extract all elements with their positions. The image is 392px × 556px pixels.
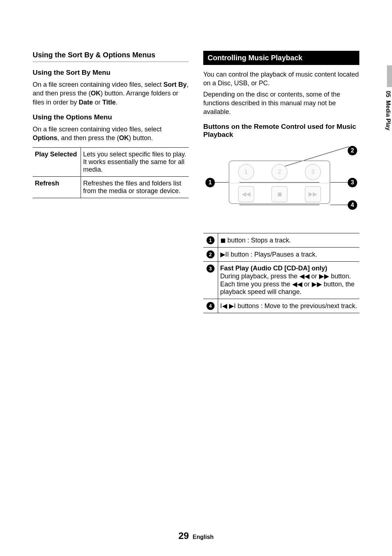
rewind-icon: ◀◀ [292, 281, 302, 288]
subheading-sort-by: Using the Sort By Menu [33, 69, 189, 77]
page-number: 29 [178, 530, 189, 541]
play-pause-icon: ▶II [220, 251, 229, 258]
callout-3: 3 [348, 178, 357, 187]
stop-icon: ◼ [220, 237, 226, 244]
num-2: 2 [207, 250, 215, 258]
remote-btn-ff: ▶▶ [305, 186, 321, 202]
options-table: Play Selected Lets you select specific f… [33, 147, 189, 198]
remote-btn-2: 2 [271, 164, 287, 180]
remote-diagram: 1 2 3 4 1 2 3 [203, 146, 359, 226]
callout-1: 1 [205, 178, 215, 187]
tab-stripe [387, 65, 392, 87]
remote-btn-1: 1 [238, 164, 254, 180]
desc-4: I◀ ▶I buttons : Move to the previous/nex… [218, 299, 359, 313]
num-3: 3 [207, 265, 215, 273]
page-content: Using the Sort By & Options Menus Using … [33, 51, 359, 313]
heading-controlling-music: Controlling Music Playback [203, 51, 359, 65]
callout-2: 2 [348, 146, 357, 155]
option-refresh-desc: Refreshes the files and folders list fro… [81, 177, 189, 198]
desc-2: ▶II button : Plays/Pauses a track. [218, 248, 359, 262]
table-row: 1 ◼ button : Stops a track. [203, 233, 359, 248]
side-chapter-tab: 05 Media Play [385, 65, 392, 138]
table-row: 3 Fast Play (Audio CD [CD-DA] only) Duri… [203, 262, 359, 299]
remote-btn-stop: ◼ [271, 186, 287, 202]
subheading-remote-buttons: Buttons on the Remote Control used for M… [203, 123, 359, 139]
remote-btn-rewind: ◀◀ [238, 186, 254, 202]
table-row: Refresh Refreshes the files and folders … [33, 177, 189, 198]
chapter-name: Media Play [385, 101, 391, 131]
table-row: 4 I◀ ▶I buttons : Move to the previous/n… [203, 299, 359, 313]
prev-next-track-icon: I◀ ▶I [220, 302, 236, 310]
callout-4: 4 [348, 200, 357, 210]
options-paragraph: On a file screen containing video files,… [33, 125, 189, 143]
page-footer: 29 English [0, 530, 392, 541]
button-description-table: 1 ◼ button : Stops a track. 2 ▶II button… [203, 233, 359, 313]
fast-forward-icon: ▶▶ [312, 281, 322, 288]
table-row: Play Selected Lets you select specific f… [33, 148, 189, 177]
num-4: 4 [207, 302, 215, 310]
option-play-selected-label: Play Selected [33, 148, 81, 177]
table-row: 2 ▶II button : Plays/Pauses a track. [203, 248, 359, 262]
music-intro-p1: You can control the playback of music co… [203, 70, 359, 88]
remote-btn-3: 3 [305, 164, 321, 180]
remote-body: 1 2 3 ◀◀ ◼ ▶▶ [229, 160, 330, 204]
option-play-selected-desc: Lets you select specific files to play. … [81, 148, 189, 177]
sort-by-paragraph: On a file screen containing video files,… [33, 80, 189, 107]
fast-forward-icon: ▶▶ [319, 273, 329, 280]
section-title-sort-options: Using the Sort By & Options Menus [33, 51, 189, 62]
subheading-options-menu: Using the Options Menu [33, 113, 189, 121]
left-column: Using the Sort By & Options Menus Using … [33, 51, 189, 313]
desc-1: ◼ button : Stops a track. [218, 233, 359, 248]
music-intro-p2: Depending on the disc or contents, some … [203, 90, 359, 116]
num-1: 1 [207, 236, 215, 244]
right-column: Controlling Music Playback You can contr… [203, 51, 359, 313]
page-language: English [193, 534, 214, 540]
remote-row-top: 1 2 3 [229, 161, 330, 183]
option-refresh-label: Refresh [33, 177, 81, 198]
chapter-number: 05 [385, 91, 391, 97]
desc-3: Fast Play (Audio CD [CD-DA] only) During… [218, 262, 359, 299]
remote-row-bottom: ◀◀ ◼ ▶▶ [229, 183, 330, 205]
rewind-icon: ◀◀ [299, 273, 310, 280]
